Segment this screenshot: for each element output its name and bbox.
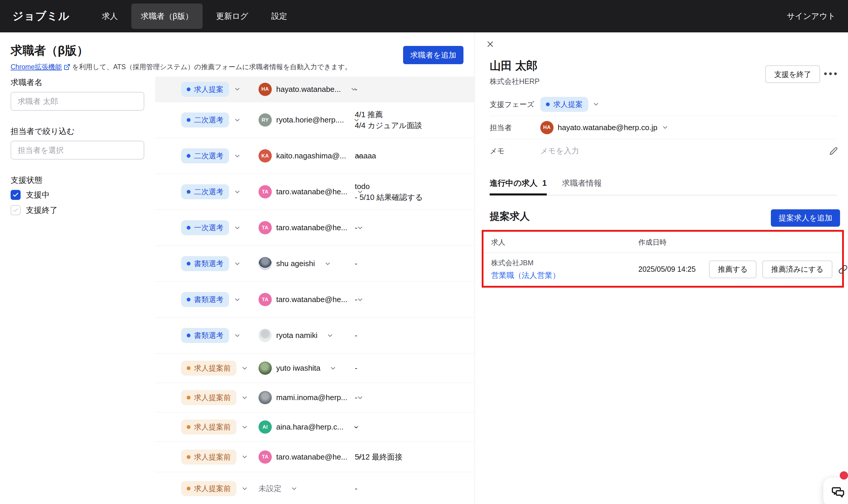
assignee-dropdown[interactable]: HAhayato.watanabe...: [258, 83, 355, 96]
assignee-dropdown[interactable]: AIaina.hara@herp.c...: [258, 420, 355, 434]
phase-dropdown[interactable]: 書類選考: [155, 328, 258, 343]
candidate-row[interactable]: 一次選考 TAtaro.watanabe@he... -: [155, 210, 474, 246]
assignee-dropdown[interactable]: yuto iwashita: [258, 361, 355, 375]
phase-dropdown[interactable]: 求人提案: [155, 82, 258, 97]
candidate-row[interactable]: 書類選考 TAtaro.watanabe@he... -: [155, 282, 474, 318]
chevron-down-icon[interactable]: [241, 424, 248, 431]
candidate-row[interactable]: 求人提案 HAhayato.watanabe... -: [155, 76, 474, 102]
nav-item[interactable]: 求人: [92, 3, 127, 29]
phase-badge[interactable]: 一次選考: [181, 220, 229, 235]
assignee-dropdown[interactable]: HA hayato.watanabe@herp.co.jp: [540, 121, 669, 134]
assignee-dropdown[interactable]: TAtaro.watanabe@he...: [258, 450, 355, 464]
nav-item[interactable]: 求職者（β版）: [131, 3, 203, 29]
chevron-down-icon[interactable]: [241, 453, 248, 461]
assignee-dropdown[interactable]: 未設定: [258, 483, 355, 494]
candidate-row[interactable]: 求人提案前 未設定 -: [155, 472, 474, 504]
edit-memo-pencil-icon[interactable]: [829, 147, 838, 155]
chevron-down-icon[interactable]: [234, 152, 241, 160]
copy-link-icon[interactable]: [838, 265, 848, 274]
candidate-row[interactable]: 書類選考 ryota namiki -: [155, 318, 474, 354]
phase-badge[interactable]: 書類選考: [181, 292, 229, 307]
main-area: 求職者（β版） Chrome拡張機能 を利用して、ATS（採用管理システム）の推…: [0, 32, 848, 504]
chevron-down-icon[interactable]: [241, 394, 248, 401]
phase-badge[interactable]: 書類選考: [181, 328, 229, 343]
chevron-down-icon[interactable]: [241, 365, 248, 372]
chevron-down-icon[interactable]: [327, 332, 333, 339]
phase-badge[interactable]: 求人提案前: [181, 419, 236, 434]
signout-link[interactable]: サインアウト: [787, 11, 836, 21]
assignee-dropdown[interactable]: TAtaro.watanabe@he...: [258, 221, 355, 234]
chevron-down-icon[interactable]: [324, 260, 331, 267]
phase-dropdown[interactable]: 一次選考: [155, 220, 258, 235]
app-logo[interactable]: ジョブミル: [12, 9, 70, 23]
phase-badge[interactable]: 二次選考: [181, 148, 229, 163]
tab-candidate-info[interactable]: 求職者情報: [562, 178, 602, 195]
candidate-row[interactable]: 求人提案前 mami.inoma@herp... -: [155, 383, 474, 412]
assignee-dropdown[interactable]: shu ageishi: [258, 257, 355, 270]
add-candidate-button[interactable]: 求職者を追加: [403, 46, 464, 64]
assignee-filter-input[interactable]: [11, 141, 144, 160]
assignee-dropdown[interactable]: mami.inoma@herp...: [258, 391, 355, 404]
mark-recommended-button[interactable]: 推薦済みにする: [762, 260, 832, 278]
phase-badge[interactable]: 求人提案前: [181, 450, 236, 465]
nav-item[interactable]: 設定: [262, 3, 296, 29]
candidate-row[interactable]: 二次選考 KAkaito.nagashima@... aaaaa: [155, 138, 474, 174]
candidate-row[interactable]: 求人提案前 TAtaro.watanabe@he... 5/12 最終面接: [155, 442, 474, 472]
phase-badge[interactable]: 求人提案前: [181, 481, 236, 496]
phase-dropdown[interactable]: 求人提案前: [155, 361, 258, 376]
chevron-down-icon[interactable]: [234, 296, 241, 303]
phase-dropdown[interactable]: 二次選考: [155, 148, 258, 163]
candidate-name-input[interactable]: [11, 92, 144, 111]
end-support-button[interactable]: 支援を終了: [765, 65, 820, 83]
candidate-row[interactable]: 二次選考 RYryota.horie@herp.... 4/1 推薦4/4 カジ…: [155, 102, 474, 138]
phase-badge[interactable]: 求人提案: [540, 97, 588, 112]
chevron-down-icon[interactable]: [234, 116, 241, 124]
chevron-down-icon[interactable]: [592, 101, 599, 108]
phase-badge[interactable]: 求人提案前: [181, 361, 236, 376]
support-ended-checkbox[interactable]: 支援終了: [11, 205, 144, 216]
recommend-button[interactable]: 推薦する: [709, 260, 756, 278]
chevron-down-icon[interactable]: [234, 86, 241, 93]
assignee-dropdown[interactable]: KAkaito.nagashima@...: [258, 149, 355, 162]
assignee-dropdown[interactable]: TAtaro.watanabe@he...: [258, 293, 355, 306]
add-proposal-button[interactable]: 提案求人を追加: [771, 209, 840, 227]
assignee-dropdown[interactable]: ryota namiki: [258, 329, 355, 342]
phase-dropdown[interactable]: 求人提案: [540, 97, 599, 112]
candidate-row[interactable]: 書類選考 shu ageishi -: [155, 246, 474, 282]
chat-fab-button[interactable]: [823, 478, 848, 504]
phase-dropdown[interactable]: 書類選考: [155, 256, 258, 271]
chrome-extension-link[interactable]: Chrome拡張機能: [11, 62, 70, 72]
close-icon[interactable]: [486, 39, 495, 49]
chevron-down-icon[interactable]: [234, 260, 241, 267]
phase-badge[interactable]: 求人提案: [181, 82, 229, 97]
phase-dropdown[interactable]: 二次選考: [155, 112, 258, 127]
chevron-down-icon[interactable]: [234, 188, 241, 196]
phase-badge[interactable]: 書類選考: [181, 256, 229, 271]
nav-item[interactable]: 更新ログ: [207, 3, 258, 29]
phase-dropdown[interactable]: 求人提案前: [155, 450, 258, 465]
phase-dropdown[interactable]: 求人提案前: [155, 419, 258, 434]
phase-badge[interactable]: 求人提案前: [181, 390, 236, 405]
phase-dropdown[interactable]: 求人提案前: [155, 481, 258, 496]
tab-active-jobs[interactable]: 進行中の求人 1: [490, 178, 547, 195]
memo-input[interactable]: メモを入力: [540, 146, 579, 156]
chevron-down-icon[interactable]: [241, 485, 248, 492]
phase-dropdown[interactable]: 書類選考: [155, 292, 258, 307]
chevron-down-icon[interactable]: [329, 365, 337, 372]
phase-badge[interactable]: 二次選考: [181, 184, 229, 199]
phase-dropdown[interactable]: 二次選考: [155, 184, 258, 199]
phase-dropdown[interactable]: 求人提案前: [155, 390, 258, 405]
candidate-row[interactable]: 求人提案前 yuto iwashita -: [155, 354, 474, 383]
candidate-row[interactable]: 求人提案前 AIaina.hara@herp.c... -: [155, 412, 474, 442]
chevron-down-icon[interactable]: [662, 124, 669, 131]
support-active-checkbox[interactable]: 支援中: [11, 190, 144, 200]
chevron-down-icon[interactable]: [234, 224, 241, 231]
candidate-row[interactable]: 二次選考 TAtaro.watanabe@he... todo- 5/10 結果…: [155, 174, 474, 210]
chevron-down-icon[interactable]: [234, 332, 241, 339]
chevron-down-icon[interactable]: [291, 485, 298, 492]
more-options-icon[interactable]: [824, 72, 837, 75]
assignee-dropdown[interactable]: RYryota.horie@herp....: [258, 113, 355, 127]
assignee-dropdown[interactable]: TAtaro.watanabe@he...: [258, 185, 355, 198]
phase-badge[interactable]: 二次選考: [181, 112, 229, 127]
proposal-position-link[interactable]: 営業職（法人営業）: [491, 270, 638, 281]
